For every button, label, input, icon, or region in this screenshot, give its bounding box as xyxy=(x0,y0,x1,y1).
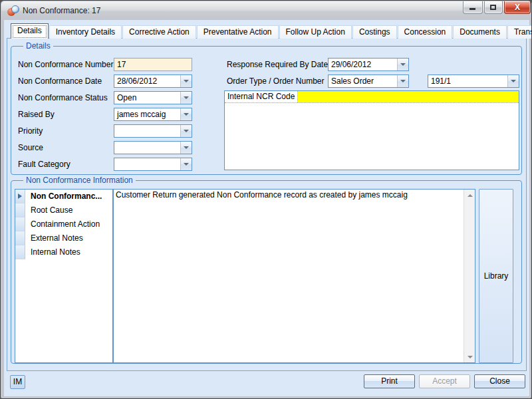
scroll-up-button[interactable] xyxy=(464,190,475,201)
row-selector-cell[interactable] xyxy=(15,231,25,245)
dropdown-button[interactable] xyxy=(507,75,519,87)
tab-transactions[interactable]: Transactions xyxy=(507,25,532,39)
close-button[interactable]: Close xyxy=(474,374,525,388)
tab-costings[interactable]: Costings xyxy=(352,25,397,39)
dropdown-button[interactable] xyxy=(180,125,192,137)
print-button[interactable]: Print xyxy=(364,374,415,388)
tab-concession[interactable]: Concession xyxy=(398,25,453,39)
dropdown-button[interactable] xyxy=(180,142,192,154)
chevron-down-icon xyxy=(184,146,189,149)
scroll-up-icon xyxy=(467,194,473,197)
minimize-button[interactable] xyxy=(463,1,483,14)
non-conformance-window: Non Conformance: 17 X Details Inventory … xyxy=(0,0,532,399)
grid-row-containment-action[interactable]: Containment Action xyxy=(15,217,112,231)
tab-label: Costings xyxy=(359,27,390,37)
dropdown-button[interactable] xyxy=(180,108,192,120)
accept-button[interactable]: Accept xyxy=(419,374,470,388)
grid-row-root-cause[interactable]: Root Cause xyxy=(15,203,112,217)
tab-inventory-details[interactable]: Inventory Details xyxy=(49,25,122,39)
scroll-down-icon xyxy=(467,356,473,358)
row-selector-arrow-icon xyxy=(18,194,22,199)
label-response-required-by-date: Response Required By Date xyxy=(227,60,328,69)
close-icon: X xyxy=(505,1,530,13)
tab-follow-up-action[interactable]: Follow Up Action xyxy=(279,25,352,39)
minimize-icon xyxy=(469,8,475,10)
order-number-combo[interactable]: 191/1 xyxy=(428,74,519,88)
restore-icon xyxy=(490,5,496,10)
note-scrollbar[interactable] xyxy=(464,190,475,362)
row-selector-cell[interactable] xyxy=(15,203,25,217)
dropdown-button[interactable] xyxy=(397,75,408,87)
im-button[interactable]: IM xyxy=(10,375,25,389)
response-required-by-date-value: 29/06/2012 xyxy=(329,59,397,70)
tab-focus-rect xyxy=(13,25,47,38)
label-non-conformance-status: Non Conformance Status xyxy=(18,93,108,102)
fault-category-value xyxy=(114,158,180,170)
order-type-combo[interactable]: Sales Order xyxy=(328,74,409,88)
grid-row-internal-notes[interactable]: Internal Notes xyxy=(15,245,112,259)
label-raised-by: Raised By xyxy=(18,110,55,119)
internal-ncr-grid: Internal NCR Code xyxy=(224,90,519,170)
grid-row-label: Internal Notes xyxy=(25,245,112,259)
grid-row-label: Non Conformanc... xyxy=(25,190,112,203)
non-conformance-status-combo[interactable]: Open xyxy=(114,91,192,104)
non-conformance-status-value: Open xyxy=(114,92,180,104)
order-number-value: 191/1 xyxy=(428,75,507,87)
details-legend: Details xyxy=(23,41,53,51)
label-source: Source xyxy=(18,143,43,152)
response-required-by-date-combo[interactable]: 29/06/2012 xyxy=(328,58,409,71)
label-non-conformance-date: Non Conformance Date xyxy=(18,76,102,86)
tab-documents[interactable]: Documents xyxy=(453,25,507,39)
chevron-down-icon xyxy=(400,80,406,82)
app-icon-blue-orb xyxy=(11,5,19,13)
source-combo[interactable] xyxy=(114,141,192,154)
grid-row-non-conformance[interactable]: Non Conformanc... xyxy=(15,190,112,203)
label-order-type-order-number: Order Type / Order Number xyxy=(227,76,325,86)
tab-preventative-action[interactable]: Preventative Action xyxy=(197,25,279,39)
tab-label: Inventory Details xyxy=(56,27,115,37)
row-selector-cell[interactable] xyxy=(15,217,25,231)
chevron-down-icon xyxy=(184,130,189,132)
tab-label: Preventative Action xyxy=(203,27,272,37)
chevron-down-icon xyxy=(511,80,516,82)
internal-ncr-label: Internal NCR Code xyxy=(225,91,298,102)
tab-strip: Details Inventory Details Corrective Act… xyxy=(11,23,532,39)
internal-ncr-value-cell[interactable] xyxy=(298,91,519,102)
tab-details[interactable]: Details xyxy=(11,23,49,39)
dropdown-button[interactable] xyxy=(397,59,408,70)
tab-corrective-action[interactable]: Corrective Action xyxy=(122,25,196,39)
dropdown-button[interactable] xyxy=(180,75,192,87)
priority-combo[interactable] xyxy=(114,124,192,138)
grid-row-label: External Notes xyxy=(25,231,112,245)
raised-by-combo[interactable]: james mccaig xyxy=(114,108,192,121)
non-conformance-number-field[interactable]: 17 xyxy=(114,58,192,71)
row-selector-cell[interactable] xyxy=(15,190,25,203)
close-window-button[interactable]: X xyxy=(504,1,531,14)
order-type-value: Sales Order xyxy=(329,75,397,87)
scroll-down-button[interactable] xyxy=(464,351,475,362)
tab-label: Concession xyxy=(404,27,446,37)
chevron-down-icon xyxy=(184,163,189,166)
chevron-down-icon xyxy=(184,113,189,116)
dropdown-button[interactable] xyxy=(180,158,192,170)
label-fault-category: Fault Category xyxy=(18,160,70,169)
window-title: Non Conformance: 17 xyxy=(23,1,100,20)
grid-row-label: Containment Action xyxy=(25,217,112,231)
fault-category-combo[interactable] xyxy=(114,158,192,171)
library-button-label: Library xyxy=(484,271,509,281)
maximize-button[interactable] xyxy=(484,1,503,14)
grid-row-external-notes[interactable]: External Notes xyxy=(15,231,112,245)
library-button[interactable]: Library xyxy=(479,189,513,363)
note-text: Customer Return generated Non Conformanc… xyxy=(116,190,460,200)
information-note-editor[interactable]: Customer Return generated Non Conformanc… xyxy=(113,189,475,363)
priority-value xyxy=(114,125,180,137)
dropdown-button[interactable] xyxy=(180,92,192,104)
information-legend: Non Conformance Information xyxy=(23,176,136,185)
row-selector-cell[interactable] xyxy=(15,245,25,259)
non-conformance-date-combo[interactable]: 28/06/2012 xyxy=(114,74,192,88)
chevron-down-icon xyxy=(400,63,406,66)
internal-ncr-row[interactable]: Internal NCR Code xyxy=(225,91,519,103)
title-bar[interactable]: Non Conformance: 17 X xyxy=(1,1,531,20)
chevron-down-icon xyxy=(184,80,189,82)
label-non-conformance-number: Non Conformance Number xyxy=(18,60,113,69)
